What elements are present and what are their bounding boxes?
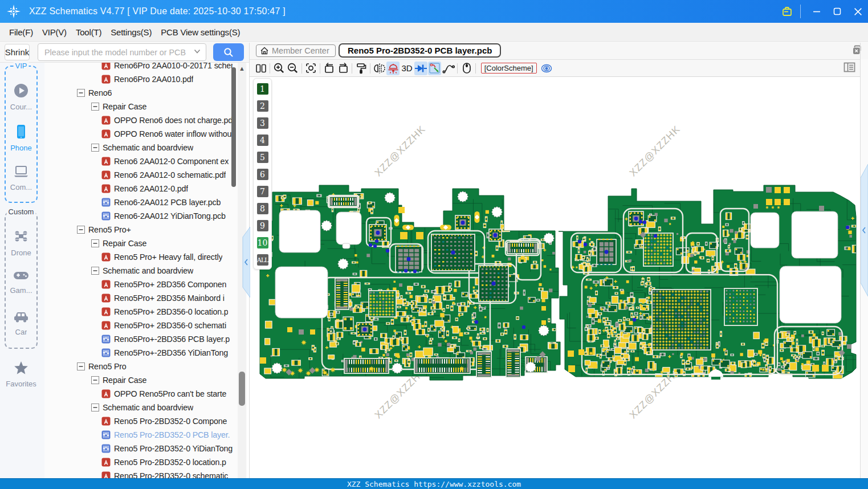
curve-icon[interactable] xyxy=(442,62,455,75)
layer-button-4[interactable]: 4 xyxy=(257,135,268,146)
sidebar-item-drone[interactable]: Drone xyxy=(6,229,36,257)
paint-roller-icon[interactable] xyxy=(354,62,368,75)
tree-item[interactable]: Reno5 Pro-2BD352-0 schematic xyxy=(44,469,233,478)
tree-scrollbar-inner-thumb[interactable] xyxy=(231,67,236,187)
collapse-icon[interactable] xyxy=(91,144,99,152)
search-input[interactable]: Please input the model number or PCB xyxy=(38,43,206,61)
collapse-icon[interactable] xyxy=(91,239,99,247)
split-view-icon[interactable] xyxy=(254,62,267,75)
scroll-up-arrow-icon[interactable]: ▲ xyxy=(238,64,246,73)
member-center-button[interactable]: Member Center xyxy=(256,44,336,57)
pdf-file-icon xyxy=(101,63,111,70)
tree-node[interactable]: Reno5 Pro+ xyxy=(44,223,233,237)
tree-item[interactable]: Reno6 2AA012-0 Component ex xyxy=(44,154,233,168)
tree-item[interactable]: Reno5 Pro-2BD352-0 Compone xyxy=(44,414,233,428)
layer-button-7[interactable]: 7 xyxy=(257,186,268,197)
layer-button-6[interactable]: 6 xyxy=(257,169,268,180)
tree-item[interactable]: Reno5 Pro-2BD352-0 PCB layer. xyxy=(44,428,233,442)
search-button[interactable] xyxy=(213,43,244,61)
sidebar-item-game[interactable]: Gam... xyxy=(6,270,36,295)
colorscheme-button[interactable]: [ColorScheme] xyxy=(481,63,537,74)
maximize-icon[interactable] xyxy=(827,0,847,23)
tree-node[interactable]: Repair Case xyxy=(44,100,233,113)
tree-item[interactable]: Reno5Pro+ 2BD356 Mainbord i xyxy=(44,291,233,305)
menu-item-pcb-view-settings-s-[interactable]: PCB View settings(S) xyxy=(156,27,244,37)
sidebar-item-computer[interactable]: Com... xyxy=(6,164,36,191)
tree-node[interactable]: Repair Case xyxy=(44,237,233,250)
tree-item[interactable]: OPPO Reno6 does not charge.pdf xyxy=(44,113,233,127)
collapse-icon[interactable] xyxy=(91,267,99,275)
collapse-icon[interactable] xyxy=(91,376,99,384)
briefcase-icon[interactable] xyxy=(779,0,796,23)
layer-button-all[interactable]: ALL xyxy=(257,254,268,266)
collapse-icon[interactable] xyxy=(77,226,85,234)
zoom-out-icon[interactable] xyxy=(286,62,299,75)
left-collapse-handle[interactable] xyxy=(242,227,250,298)
pcb-canvas[interactable]: XZZ@XZZHKXZZ@XZZHKXZZ@XZZHKXZZ@XZZHK 123… xyxy=(250,77,860,478)
tree-item[interactable]: Reno5Pro+-2BD356 PCB layer.p xyxy=(44,332,233,346)
tab-active-pcb[interactable]: Reno5 Pro-2BD352-0 PCB layer.pcb xyxy=(339,43,501,58)
tree-item[interactable]: OPPO Reno6 water inflow without xyxy=(44,127,233,141)
tree-node[interactable]: Schematic and boardview xyxy=(44,264,233,278)
tree-node[interactable]: Schematic and boardview xyxy=(44,401,233,414)
collapse-icon[interactable] xyxy=(91,404,99,411)
tree-item[interactable]: Reno5Pro+ 2BD356 Componen xyxy=(44,278,233,291)
pdf-file-icon xyxy=(101,75,111,84)
trace-icon[interactable] xyxy=(428,62,441,75)
layer-button-10[interactable]: 10 xyxy=(257,237,268,248)
tree-node[interactable]: Repair Case xyxy=(44,373,233,387)
layer-button-1[interactable]: 1 xyxy=(257,83,268,95)
rotate-right-icon[interactable] xyxy=(336,62,349,75)
tree-item[interactable]: Reno5 Pro-2BD352-0 location.p xyxy=(44,455,233,469)
right-collapse-handle[interactable] xyxy=(861,164,868,296)
collapse-icon[interactable] xyxy=(77,362,85,370)
sidebar-item-favorites[interactable]: Favorites xyxy=(5,360,38,388)
eye-icon[interactable] xyxy=(540,62,553,75)
panel-view-icon[interactable] xyxy=(843,62,855,75)
zoom-in-icon[interactable] xyxy=(272,62,286,75)
3d-view-button[interactable]: 3D xyxy=(402,63,413,73)
mouse-icon[interactable] xyxy=(460,62,473,75)
tree-item[interactable]: Reno5Pro+-2BD356 YiDianTong xyxy=(44,346,233,360)
pdf-file-icon xyxy=(101,417,111,426)
layer-button-8[interactable]: 8 xyxy=(257,203,268,214)
layer-button-3[interactable]: 3 xyxy=(257,117,268,129)
chevron-down-icon[interactable] xyxy=(193,47,202,58)
tree-item[interactable]: Reno5Pro+ 2BD356-0 location.p xyxy=(44,305,233,319)
tree-item[interactable]: Reno6Pro 2AA010-0-20171 schematic xyxy=(44,63,233,72)
menu-item-file-f-[interactable]: File(F) xyxy=(5,27,38,37)
tree-item[interactable]: Reno6Pro 2AA010.pdf xyxy=(44,72,233,86)
lamp-icon[interactable] xyxy=(386,62,400,75)
layer-button-5[interactable]: 5 xyxy=(257,152,268,163)
menu-item-tool-t-[interactable]: Tool(T) xyxy=(71,27,106,37)
tree-scrollbar-thumb[interactable] xyxy=(239,372,245,406)
mirror-icon[interactable] xyxy=(373,62,386,75)
sidebar-item-courses[interactable]: Cour... xyxy=(6,83,36,111)
tree-item[interactable]: Reno6-2AA012 PCB layer.pcb xyxy=(44,195,233,209)
sidebar-item-car[interactable]: Car xyxy=(6,310,36,336)
tree-item[interactable]: Reno6 2AA012-0.pdf xyxy=(44,182,233,195)
tree-node[interactable]: Reno5 Pro xyxy=(44,360,233,373)
tree-item[interactable]: Reno6-2AA012 YiDianTong.pcb xyxy=(44,209,233,223)
tree-item[interactable]: Reno5Pro+ 2BD356-0 schemati xyxy=(44,319,233,332)
fit-screen-icon[interactable] xyxy=(304,62,317,75)
sidebar-item-phone[interactable]: Phone xyxy=(6,124,36,152)
rotate-left-icon[interactable] xyxy=(323,62,336,75)
layer-button-2[interactable]: 2 xyxy=(257,100,268,112)
close-icon[interactable] xyxy=(847,0,868,23)
diode-icon[interactable] xyxy=(414,62,427,75)
tree-node[interactable]: Reno6 xyxy=(44,86,233,100)
tree-node[interactable]: Schematic and boardview xyxy=(44,141,233,154)
tree-item[interactable]: Reno5 Pro+ Heavy fall, directly xyxy=(44,250,233,264)
menu-item-vip-v-[interactable]: VIP(V) xyxy=(38,27,71,37)
minimize-icon[interactable] xyxy=(806,0,827,23)
menu-item-settings-s-[interactable]: Settings(S) xyxy=(106,27,156,37)
tree-item[interactable]: Reno5 Pro-2BD352-0 YiDianTong xyxy=(44,442,233,455)
shrink-button[interactable]: Shrink xyxy=(5,44,30,60)
layer-button-9[interactable]: 9 xyxy=(257,220,268,231)
collapse-icon[interactable] xyxy=(77,89,85,97)
tree-item[interactable]: OPPO Reno5Pro can't be starte xyxy=(44,387,233,401)
collapse-icon[interactable] xyxy=(91,103,99,111)
close-all-tabs-icon[interactable] xyxy=(851,45,862,58)
tree-item[interactable]: Reno6 2AA012-0 schematic.pdf xyxy=(44,168,233,182)
